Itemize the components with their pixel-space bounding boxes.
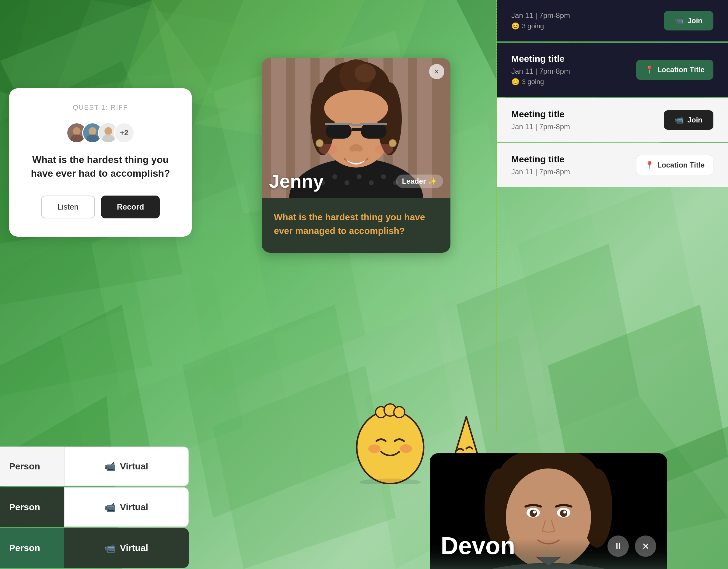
svg-point-71 <box>355 64 376 82</box>
record-button[interactable]: Record <box>101 195 160 218</box>
svg-point-98 <box>360 479 421 484</box>
svg-point-88 <box>368 444 380 453</box>
profile-card-body: What is the hardest thing you have ever … <box>262 198 450 253</box>
svg-point-93 <box>394 407 405 418</box>
quest-card: QUEST 1: RIFF +2 What is the hardes <box>9 88 192 237</box>
svg-point-112 <box>563 511 566 514</box>
location-label-3: Location Title <box>657 161 705 169</box>
location-icon-1: 📍 <box>645 65 654 74</box>
profile-badge: Leader ✨ <box>396 174 443 188</box>
location-icon-3: 📍 <box>645 161 654 169</box>
devon-controls: ⏸ ✕ <box>607 536 656 557</box>
location-button-3[interactable]: 📍 Location Title <box>636 155 713 175</box>
svg-point-87 <box>357 411 423 483</box>
join-label-2: Join <box>688 116 702 124</box>
meeting-card-1: Meeting title Jan 11 | 7pm-8pm 😊 3 going… <box>497 43 728 97</box>
join-label-0: Join <box>688 16 702 25</box>
svg-point-84 <box>319 144 337 155</box>
profile-card: × Jenny Leader ✨ What is the hardest thi… <box>262 58 450 253</box>
pause-icon: ⏸ <box>614 541 623 551</box>
video-icon-0: 📹 <box>675 16 684 25</box>
person-virtual-list: Person 📹 Virtual Person 📹 Virtual Person… <box>0 447 189 569</box>
svg-point-35 <box>89 127 96 135</box>
profile-name: Jenny <box>269 170 324 192</box>
meeting-title-1: Meeting title <box>511 54 570 64</box>
svg-point-109 <box>530 510 537 517</box>
virtual-button-2[interactable]: 📹 Virtual <box>64 528 189 568</box>
meeting-going-1: 😊 3 going <box>511 78 570 86</box>
svg-rect-76 <box>325 123 352 125</box>
pv-row-1: Person 📹 Virtual <box>0 487 189 527</box>
profile-prompt: What is the hardest thing you have ever … <box>274 210 438 237</box>
svg-point-85 <box>375 144 393 155</box>
svg-point-81 <box>357 146 363 152</box>
location-label-1: Location Title <box>657 65 705 74</box>
close-icon: ✕ <box>642 541 649 552</box>
meeting-list: Jan 11 | 7pm-8pm 😊 3 going 📹 Join Meetin… <box>497 0 728 188</box>
meeting-title-2: Meeting title <box>511 109 570 119</box>
pv-row-2: Person 📹 Virtual <box>0 528 189 568</box>
quest-avatars: +2 <box>26 122 175 143</box>
going-emoji-1: 😊 <box>511 78 520 86</box>
svg-rect-78 <box>352 124 361 126</box>
virtual-label-1: Virtual <box>120 502 148 512</box>
meeting-info-2: Meeting title Jan 11 | 7pm-8pm <box>511 109 570 131</box>
svg-rect-75 <box>352 128 361 131</box>
going-count-1: 3 going <box>522 78 544 86</box>
meeting-time-3: Jan 11 | 7pm-8pm <box>511 167 570 176</box>
meeting-time-0: Jan 11 | 7pm-8pm <box>511 11 570 20</box>
person-label-0: Person <box>0 447 64 486</box>
meeting-going-0: 😊 3 going <box>511 22 570 30</box>
going-emoji-0: 😊 <box>511 22 520 30</box>
meeting-card-0: Jan 11 | 7pm-8pm 😊 3 going 📹 Join <box>497 0 728 41</box>
quest-actions: Listen Record <box>26 195 175 218</box>
devon-close-button[interactable]: ✕ <box>635 536 656 557</box>
profile-close-button[interactable]: × <box>429 64 444 79</box>
svg-point-111 <box>533 511 536 514</box>
profile-image: × Jenny Leader ✨ <box>262 58 450 198</box>
virtual-label-2: Virtual <box>120 543 148 553</box>
virtual-label-0: Virtual <box>120 461 148 472</box>
svg-point-80 <box>349 146 355 152</box>
devon-pause-button[interactable]: ⏸ <box>607 536 629 557</box>
virtual-video-icon-2: 📹 <box>104 543 116 553</box>
svg-rect-73 <box>326 123 352 139</box>
profile-name-row: Jenny Leader ✨ <box>269 170 443 192</box>
listen-button[interactable]: Listen <box>41 195 95 218</box>
location-button-1[interactable]: 📍 Location Title <box>636 60 713 80</box>
svg-point-36 <box>86 134 99 143</box>
join-virtual-button-0[interactable]: 📹 Join <box>664 11 713 30</box>
quest-label: QUEST 1: RIFF <box>26 104 175 111</box>
meeting-time-1: Jan 11 | 7pm-8pm <box>511 67 570 75</box>
meeting-card-3: Meeting title Jan 11 | 7pm-8pm 📍 Locatio… <box>497 143 728 187</box>
svg-point-89 <box>400 444 412 453</box>
pv-row-0: Person 📹 Virtual <box>0 447 189 486</box>
svg-point-39 <box>102 134 114 143</box>
svg-point-38 <box>104 127 112 135</box>
meeting-info-1: Meeting title Jan 11 | 7pm-8pm 😊 3 going <box>511 54 570 86</box>
svg-point-72 <box>324 90 388 126</box>
virtual-button-1[interactable]: 📹 Virtual <box>64 487 189 527</box>
meeting-info-3: Meeting title Jan 11 | 7pm-8pm <box>511 154 570 176</box>
devon-name: Devon <box>441 532 515 560</box>
meeting-card-2: Meeting title Jan 11 | 7pm-8pm 📹 Join <box>497 98 728 142</box>
meeting-time-2: Jan 11 | 7pm-8pm <box>511 122 570 131</box>
meeting-info-0: Jan 11 | 7pm-8pm 😊 3 going <box>511 11 570 30</box>
quest-question: What is the hardest thing you have ever … <box>26 153 175 180</box>
avatar-count: +2 <box>114 122 135 143</box>
devon-video-card: Devon ⏸ ✕ <box>430 453 667 569</box>
video-icon-2: 📹 <box>675 116 684 124</box>
virtual-video-icon-0: 📹 <box>104 461 116 472</box>
going-count-0: 3 going <box>522 22 544 30</box>
join-virtual-button-2[interactable]: 📹 Join <box>664 110 713 130</box>
svg-rect-74 <box>361 123 387 139</box>
meeting-title-3: Meeting title <box>511 154 570 164</box>
svg-point-33 <box>71 134 83 143</box>
svg-rect-77 <box>360 123 387 125</box>
person-label-2: Person <box>0 528 64 568</box>
virtual-video-icon-1: 📹 <box>104 502 116 513</box>
person-label-1: Person <box>0 487 64 527</box>
svg-point-110 <box>560 510 567 517</box>
svg-point-32 <box>73 127 81 135</box>
virtual-button-0[interactable]: 📹 Virtual <box>64 447 189 486</box>
